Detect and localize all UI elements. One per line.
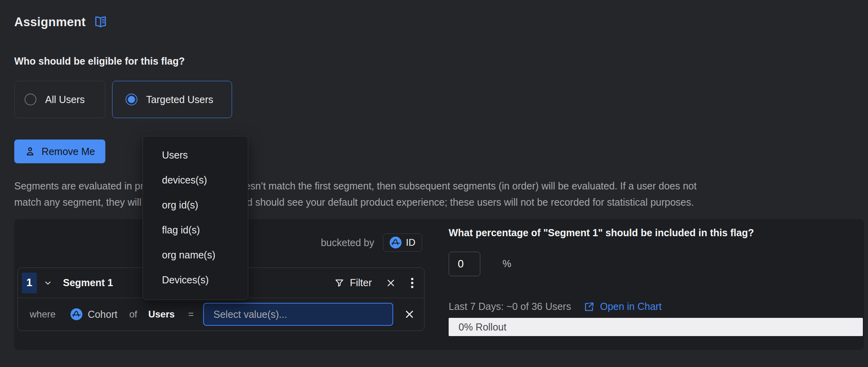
rollout-question: What percentage of "Segment 1" should be… — [449, 227, 754, 239]
filter-icon — [334, 278, 345, 288]
chevron-down-icon[interactable] — [44, 279, 52, 287]
rollout-stats-row: Last 7 Days: ~0 of 36 Users Open in Char… — [449, 301, 662, 312]
menu-item-users[interactable]: Users — [143, 143, 248, 168]
remove-condition-button[interactable] — [404, 309, 415, 319]
of-label: of — [129, 309, 137, 320]
percentage-input[interactable] — [449, 252, 480, 276]
bucketed-by-label: bucketed by — [321, 237, 374, 248]
menu-item-org-id[interactable]: org id(s) — [143, 193, 248, 218]
remove-me-button[interactable]: Remove Me — [14, 140, 105, 163]
rollout-bar-label: 0% Rollout — [459, 321, 506, 333]
option-all-users[interactable]: All Users — [14, 81, 105, 118]
filter-button[interactable]: Filter — [334, 277, 372, 289]
where-label: where — [30, 309, 55, 320]
operator-selector[interactable]: = — [188, 309, 194, 320]
open-in-chart-link[interactable]: Open in Chart — [600, 301, 662, 312]
page-title: Assignment — [14, 15, 86, 29]
percent-sign: % — [503, 258, 511, 270]
id-type-dropdown-menu: Users devices(s) org id(s) flag id(s) or… — [143, 136, 248, 300]
radio-selected-icon — [126, 94, 137, 105]
segments-description: Segments are evaluated in priority order… — [14, 178, 697, 210]
rollout-stats: Last 7 Days: ~0 of 36 Users — [449, 301, 571, 312]
amplitude-logo-icon — [390, 237, 402, 248]
segment-actions: Filter — [334, 277, 414, 289]
menu-item-devices[interactable]: devices(s) — [143, 168, 248, 193]
radio-unselected-icon — [25, 94, 36, 105]
segment-panel: bucketed by ID 1 Segment 1 — [14, 219, 864, 350]
filter-label: Filter — [350, 277, 372, 289]
eligibility-question: Who should be eligible for this flag? — [14, 55, 185, 67]
external-link-icon[interactable] — [584, 301, 595, 312]
cohort-property-label: Cohort — [88, 309, 117, 320]
menu-item-flag-id[interactable]: flag id(s) — [143, 218, 248, 243]
segment-condition-row: where Cohort of Users = — [18, 298, 424, 331]
subject-selector[interactable]: Users — [148, 309, 175, 320]
bucketed-by-chip[interactable]: ID — [383, 233, 422, 252]
amplitude-logo-icon — [70, 308, 82, 320]
remove-segment-button[interactable] — [386, 278, 396, 288]
remove-me-label: Remove Me — [42, 146, 95, 157]
option-all-users-label: All Users — [45, 94, 85, 105]
value-select-input[interactable] — [203, 303, 393, 326]
page-header: Assignment — [14, 15, 108, 29]
user-icon — [25, 146, 36, 157]
segment-index-badge[interactable]: 1 — [22, 273, 37, 293]
assignment-page: Assignment Who should be eligible for th… — [0, 0, 868, 367]
segment-name: Segment 1 — [63, 277, 113, 289]
option-targeted-users[interactable]: Targeted Users — [112, 81, 232, 118]
rollout-progress-bar: 0% Rollout — [449, 318, 863, 336]
close-icon — [386, 278, 396, 288]
kebab-menu-icon[interactable] — [411, 277, 414, 289]
cohort-property-chip[interactable]: Cohort — [70, 308, 117, 320]
close-icon — [404, 309, 415, 319]
menu-item-devices-2[interactable]: Devices(s) — [143, 268, 248, 292]
option-targeted-users-label: Targeted Users — [146, 94, 213, 105]
menu-item-org-name[interactable]: org name(s) — [143, 243, 248, 268]
segments-description-line2: match any segment, they will not receive… — [14, 194, 697, 210]
bucketed-by-value: ID — [406, 237, 415, 248]
segments-description-line1: Segments are evaluated in priority order… — [14, 178, 697, 194]
book-open-icon[interactable] — [93, 15, 108, 29]
